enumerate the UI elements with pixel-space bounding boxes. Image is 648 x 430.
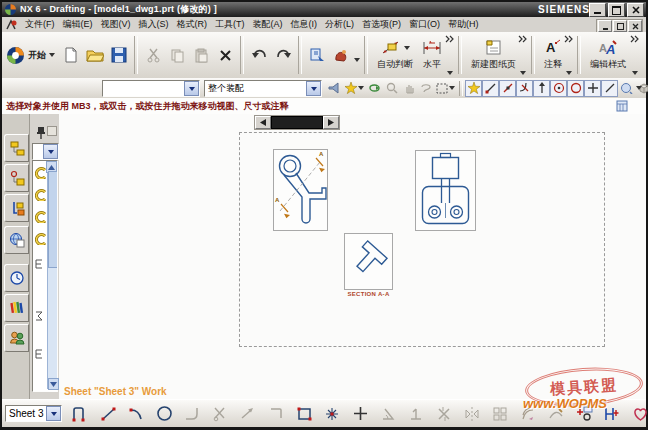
command-finder-button[interactable] (305, 43, 329, 67)
menu-help[interactable]: 帮助(H) (444, 18, 483, 31)
selection-filter-combo[interactable] (102, 80, 200, 97)
offset-curve-button[interactable] (516, 402, 540, 426)
mdi-close-button[interactable] (628, 20, 642, 32)
tab-assembly-navigator[interactable] (4, 134, 29, 162)
closed-curve-button[interactable] (628, 402, 648, 426)
menu-preferences[interactable]: 首选项(P) (358, 18, 405, 31)
navigator-tree[interactable] (32, 160, 58, 392)
horizontal-dimension-button[interactable]: 水平 (417, 38, 447, 72)
snap-point-menu-button[interactable] (343, 80, 366, 97)
point-dialog-button[interactable] (572, 402, 596, 426)
toolbar-options-icon[interactable] (636, 86, 642, 90)
extend-button[interactable] (236, 402, 260, 426)
menu-tools[interactable]: 工具(T) (211, 18, 249, 31)
scroll-right-button[interactable] (323, 116, 339, 129)
snap-point-on-curve-button[interactable] (601, 80, 618, 97)
group-dropdown-icon[interactable] (566, 71, 572, 75)
scroll-thumb[interactable] (271, 116, 323, 129)
point-button[interactable] (348, 402, 372, 426)
panel-filter-dropdown[interactable] (43, 144, 58, 159)
arc-button[interactable] (124, 402, 148, 426)
snap-control-point-button[interactable] (533, 80, 550, 97)
menu-insert[interactable]: 插入(S) (135, 18, 173, 31)
constraint-perpendicular-button[interactable] (404, 402, 428, 426)
selection-scope-combo[interactable]: 整个装配 (204, 80, 322, 97)
snap-intersection-button[interactable] (516, 80, 533, 97)
rectangle-select-button[interactable] (434, 80, 457, 97)
open-button[interactable] (83, 43, 107, 67)
magnify-button[interactable] (383, 80, 400, 97)
group-overflow-icon[interactable] (518, 35, 527, 43)
scroll-down-button[interactable] (48, 378, 59, 390)
auto-infer-dimension-button[interactable]: 自动判断 (373, 38, 417, 72)
annotation-button[interactable]: A 注释 (540, 38, 566, 72)
menu-analysis[interactable]: 分析(L) (321, 18, 358, 31)
close-button[interactable] (627, 3, 644, 17)
studio-spline-button[interactable] (320, 402, 344, 426)
panel-scrollbar[interactable] (47, 161, 57, 389)
menu-file[interactable]: 文件(F) (21, 18, 59, 31)
snap-enable-button[interactable] (465, 80, 482, 97)
menu-edit[interactable]: 编辑(E) (59, 18, 97, 31)
drawing-view-section[interactable] (344, 233, 393, 290)
redo-button[interactable] (271, 43, 295, 67)
quick-trim-button[interactable] (432, 402, 456, 426)
group-overflow-icon[interactable] (564, 35, 573, 43)
tab-part-navigator[interactable] (4, 194, 29, 222)
edit-curve-button[interactable] (544, 402, 568, 426)
highlight-button[interactable] (326, 80, 343, 97)
tab-constraint-navigator[interactable] (4, 164, 29, 192)
snap-midpoint-button[interactable] (499, 80, 516, 97)
ordinate-dimension-button[interactable] (600, 402, 624, 426)
pushpin-icon[interactable] (35, 126, 47, 140)
snap-endpoint-button[interactable] (482, 80, 499, 97)
mirror-curve-button[interactable] (460, 402, 484, 426)
undo-button[interactable] (247, 43, 271, 67)
save-button[interactable] (107, 43, 131, 67)
menu-assemblies[interactable]: 装配(A) (249, 18, 287, 31)
new-sheet-button[interactable]: 新建图纸页 (467, 38, 520, 72)
line-button[interactable] (96, 402, 120, 426)
rectangle-button[interactable] (292, 402, 316, 426)
tab-palettes[interactable] (4, 294, 29, 322)
snap-arc-center-button[interactable] (550, 80, 567, 97)
group-dropdown-icon[interactable] (447, 71, 453, 75)
horizontal-scrollbar[interactable] (254, 115, 340, 130)
tab-internet-explorer[interactable] (4, 226, 29, 254)
trim-button[interactable] (208, 402, 232, 426)
pattern-curve-button[interactable] (488, 402, 512, 426)
make-corner-button[interactable] (264, 402, 288, 426)
snap-quadrant-button[interactable] (567, 80, 584, 97)
tab-roles[interactable] (4, 324, 29, 352)
copy-button[interactable] (165, 43, 189, 67)
scroll-left-button[interactable] (255, 116, 271, 129)
drawing-view-side[interactable] (415, 150, 476, 231)
touch-mode-button[interactable] (329, 43, 353, 67)
selection-scope-dropdown[interactable] (306, 81, 321, 96)
start-button[interactable]: 开始 (2, 46, 59, 65)
panel-scroll-thumb[interactable] (48, 171, 58, 268)
new-file-button[interactable] (59, 43, 83, 67)
constraint-angle-button[interactable] (376, 402, 400, 426)
maximize-button[interactable] (608, 3, 625, 17)
selection-filter-dropdown[interactable] (184, 81, 199, 96)
edit-style-button[interactable]: A A 编辑样式 (586, 38, 630, 72)
mdi-minimize-button[interactable] (598, 20, 612, 32)
delete-button[interactable] (213, 43, 237, 67)
profile-button[interactable] (68, 402, 92, 426)
group-overflow-icon[interactable] (445, 35, 454, 43)
group-dropdown-icon[interactable] (520, 71, 526, 75)
circle-button[interactable] (152, 402, 176, 426)
paste-button[interactable] (189, 43, 213, 67)
group-overflow-icon[interactable] (630, 35, 639, 43)
menu-information[interactable]: 信息(I) (287, 18, 322, 31)
lasso-button[interactable] (417, 80, 434, 97)
menu-view[interactable]: 视图(V) (97, 18, 135, 31)
hand-select-button[interactable] (400, 80, 417, 97)
menu-format[interactable]: 格式(R) (173, 18, 212, 31)
cue-window-icon[interactable] (616, 100, 628, 112)
sheet-combo[interactable]: Sheet 3 (5, 405, 62, 422)
minimize-button[interactable] (589, 3, 606, 17)
mdi-restore-button[interactable] (613, 20, 627, 32)
fillet-button[interactable] (180, 402, 204, 426)
